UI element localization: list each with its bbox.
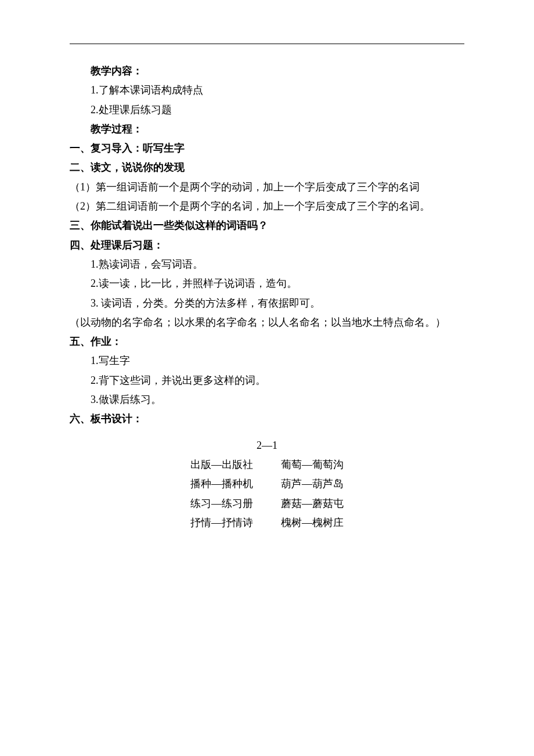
content-label: 教学内容：	[70, 65, 143, 77]
board-table: 出版—出版社 葡萄—葡萄沟 播种—播种机 葫芦—葫芦岛 练习—练习册 蘑菇—蘑菇…	[176, 455, 358, 532]
section-4-item-2: 2.读一读，比一比，并照样子说词语，造句。	[70, 274, 464, 293]
section-5-item-1: 1.写生字	[70, 351, 464, 370]
section-5-item-3: 3.做课后练习。	[70, 390, 464, 409]
section-2-item-2: （2）第二组词语前一个是两个字的名词，加上一个字后变成了三个字的名词。	[70, 197, 464, 216]
section-5-heading: 五、作业：	[70, 332, 464, 351]
table-row: 出版—出版社 葡萄—葡萄沟	[176, 455, 358, 474]
board-cell: 出版—出版社	[176, 455, 267, 474]
board-cell: 抒情—抒情诗	[176, 513, 267, 532]
board-title: 2—1	[70, 436, 464, 455]
board-cell: 葡萄—葡萄沟	[267, 455, 358, 474]
section-1-heading: 一、复习导入：听写生字	[70, 139, 464, 158]
section-4-item-3: 3. 读词语，分类。分类的方法多样，有依据即可。	[70, 294, 464, 313]
table-row: 练习—练习册 蘑菇—蘑菇屯	[176, 494, 358, 513]
top-divider	[70, 44, 464, 44]
teaching-process-header: 教学过程：	[70, 120, 464, 139]
content-item-1: 1.了解本课词语构成特点	[70, 81, 464, 100]
section-4-heading: 四、处理课后习题：	[70, 236, 464, 255]
board-cell: 练习—练习册	[176, 494, 267, 513]
section-4-item-1: 1.熟读词语，会写词语。	[70, 255, 464, 274]
section-4-note: （以动物的名字命名；以水果的名字命名；以人名命名；以当地水土特点命名。）	[70, 313, 464, 332]
board-cell: 葫芦—葫芦岛	[267, 474, 358, 494]
teaching-content-header: 教学内容：	[70, 62, 464, 81]
section-3-heading: 三、你能试着说出一些类似这样的词语吗？	[70, 216, 464, 235]
section-6-heading: 六、板书设计：	[70, 409, 464, 429]
table-row: 抒情—抒情诗 槐树—槐树庄	[176, 513, 358, 532]
process-label: 教学过程：	[70, 123, 143, 135]
section-2-heading: 二、读文，说说你的发现	[70, 158, 464, 177]
board-cell: 槐树—槐树庄	[267, 513, 358, 532]
board-cell: 蘑菇—蘑菇屯	[267, 494, 358, 513]
section-5-item-2: 2.背下这些词，并说出更多这样的词。	[70, 371, 464, 390]
board-cell: 播种—播种机	[176, 474, 267, 494]
content-item-2: 2.处理课后练习题	[70, 100, 464, 120]
table-row: 播种—播种机 葫芦—葫芦岛	[176, 474, 358, 494]
section-2-item-1: （1）第一组词语前一个是两个字的动词，加上一个字后变成了三个字的名词	[70, 178, 464, 197]
